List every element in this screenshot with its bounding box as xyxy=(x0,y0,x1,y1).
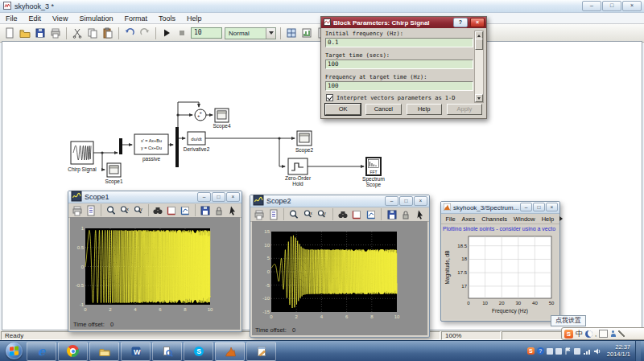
sogou-tray-icon[interactable]: S xyxy=(527,347,535,355)
help-tray-icon[interactable]: ? xyxy=(537,347,544,355)
zoom-y-icon[interactable]: y xyxy=(316,208,328,220)
maximize-button[interactable]: □ xyxy=(212,192,225,202)
sim-stop-time-field[interactable]: 10 xyxy=(191,27,222,39)
menu-help[interactable]: Help xyxy=(181,14,208,23)
dialog-help-icon[interactable]: ? xyxy=(453,18,468,27)
open-model-icon[interactable] xyxy=(19,27,31,39)
interpret-1d-checkbox[interactable]: Interpret vectors parameters as 1-D xyxy=(326,94,456,101)
person-icon[interactable] xyxy=(610,330,616,337)
save-axes-icon[interactable] xyxy=(351,208,363,220)
dialog-titlebar[interactable]: Block Parameters: Chirp Signal ? × xyxy=(321,17,486,28)
main-titlebar[interactable]: skyhook_3 * –□× xyxy=(0,0,644,13)
chrome-icon[interactable] xyxy=(58,342,88,361)
printer-icon[interactable] xyxy=(72,204,83,216)
windows-explorer-icon[interactable] xyxy=(89,342,119,361)
lock-icon[interactable] xyxy=(213,204,225,216)
zoom-icon[interactable] xyxy=(288,208,300,220)
print-icon[interactable] xyxy=(49,27,62,39)
updater-tray-icon[interactable] xyxy=(555,348,562,355)
maximize-button[interactable]: □ xyxy=(602,1,621,11)
volume-tray-icon[interactable] xyxy=(593,347,601,355)
minimize-button[interactable]: – xyxy=(520,203,532,211)
start-button[interactable] xyxy=(2,342,26,361)
scope-titlebar[interactable]: Scope2–□× xyxy=(250,195,429,207)
lock-icon[interactable] xyxy=(400,208,412,220)
message-tray-icon[interactable] xyxy=(574,348,580,355)
fullwidth-moon-icon[interactable] xyxy=(585,330,592,338)
autoscale-binoculars-icon[interactable] xyxy=(337,208,349,220)
close-button[interactable]: × xyxy=(414,196,427,206)
zoom-x-icon[interactable]: x xyxy=(119,204,130,216)
floppy-icon[interactable] xyxy=(200,204,211,216)
ok-button[interactable]: OK xyxy=(325,104,361,115)
menu-file[interactable]: File xyxy=(0,14,23,23)
search-document-icon[interactable] xyxy=(152,342,182,361)
sim-mode-dropdown[interactable]: Normal xyxy=(225,27,276,39)
figure-menu-help[interactable]: Help xyxy=(539,215,556,223)
dialog-field-input[interactable]: 0.1 xyxy=(325,38,473,47)
maximize-button[interactable]: □ xyxy=(533,203,545,211)
dialog-close-icon[interactable]: × xyxy=(470,18,485,27)
dialog-field-input[interactable]: 100 xyxy=(325,59,473,69)
close-button[interactable]: × xyxy=(622,1,642,11)
menu-simulation[interactable]: Simulation xyxy=(73,14,118,23)
cancel-button[interactable]: Cancel xyxy=(365,104,401,115)
minimize-button[interactable]: – xyxy=(385,196,398,206)
paste-icon[interactable] xyxy=(101,27,114,39)
parameters-icon[interactable] xyxy=(268,208,280,220)
figure-menu-file[interactable]: File xyxy=(443,215,458,223)
start-simulation-icon[interactable] xyxy=(160,27,173,39)
printer-icon[interactable] xyxy=(254,208,266,220)
minimize-button[interactable]: – xyxy=(197,192,211,202)
figure-menu-axes[interactable]: Axes xyxy=(459,215,478,223)
internet-explorer-icon[interactable]: e xyxy=(27,342,56,361)
dialog-field-input[interactable]: 100 xyxy=(325,81,473,91)
skype-icon[interactable]: S xyxy=(184,342,213,361)
zoom-x-icon[interactable]: x xyxy=(303,208,315,220)
flag-tray-icon[interactable] xyxy=(564,347,572,355)
menu-overflow-icon[interactable] xyxy=(559,216,563,221)
chevron-down-icon[interactable] xyxy=(266,28,275,39)
pointer-icon[interactable] xyxy=(414,208,426,220)
matlab-icon[interactable] xyxy=(215,342,245,361)
scroll-thumb[interactable] xyxy=(475,39,483,50)
save-axes-icon[interactable] xyxy=(166,204,177,216)
figure-titlebar[interactable]: skyhook_3/Spectrum... –□× xyxy=(441,202,559,214)
cut-icon[interactable] xyxy=(71,27,84,39)
save-model-icon[interactable] xyxy=(34,27,47,39)
wordpad-icon[interactable] xyxy=(246,342,276,361)
maximize-button[interactable]: □ xyxy=(399,196,413,206)
restore-axes-icon[interactable] xyxy=(365,208,378,220)
dialog-scrollbar[interactable] xyxy=(474,31,484,103)
figure-menu-channels[interactable]: Channels xyxy=(479,215,510,223)
menu-format[interactable]: Format xyxy=(118,14,153,23)
zoom-y-icon[interactable]: y xyxy=(133,204,144,216)
floppy-icon[interactable] xyxy=(386,208,398,220)
word-icon[interactable]: W xyxy=(121,342,151,361)
punctuation-indicator[interactable]: , xyxy=(595,330,597,338)
checkbox-check-icon[interactable] xyxy=(326,94,333,101)
close-button[interactable]: × xyxy=(546,203,558,211)
ime-toolbar[interactable]: S 中 , xyxy=(561,327,644,340)
autoscale-binoculars-icon[interactable] xyxy=(152,204,163,216)
zoom-icon[interactable] xyxy=(105,204,117,216)
menu-view[interactable]: View xyxy=(47,14,73,23)
softkeyboard-icon[interactable] xyxy=(599,330,608,338)
sogou-logo-icon[interactable]: S xyxy=(564,330,573,338)
library-browser-icon[interactable] xyxy=(285,27,298,39)
minimize-button[interactable]: – xyxy=(582,1,601,11)
scroll-down-icon[interactable] xyxy=(475,94,483,102)
toolbox-icon[interactable] xyxy=(618,330,625,337)
model-browser-icon[interactable] xyxy=(300,27,313,39)
restore-axes-icon[interactable] xyxy=(180,204,191,216)
redo-icon[interactable] xyxy=(138,27,151,39)
keyboard-tray-icon[interactable] xyxy=(547,348,553,355)
menu-tools[interactable]: Tools xyxy=(153,14,181,23)
stop-simulation-icon[interactable] xyxy=(175,27,188,39)
help-button[interactable]: Help xyxy=(407,104,442,115)
network-tray-icon[interactable] xyxy=(583,347,591,355)
new-model-icon[interactable] xyxy=(3,27,16,39)
figure-menu-window[interactable]: Window xyxy=(510,215,538,223)
scope-titlebar[interactable]: Scope1–□× xyxy=(68,191,242,203)
undo-icon[interactable] xyxy=(123,27,136,39)
